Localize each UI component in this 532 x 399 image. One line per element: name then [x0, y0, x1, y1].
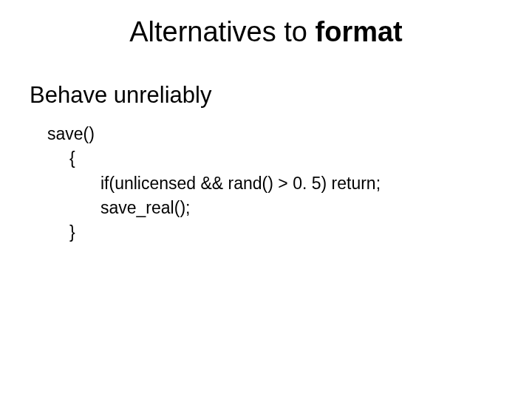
code-line: } [47, 220, 502, 245]
slide-title: Alternatives to format [30, 16, 502, 48]
code-line: save_real(); [47, 196, 502, 220]
slide: Alternatives to format Behave unreliably… [0, 0, 532, 399]
code-line: save() [47, 122, 502, 146]
slide-subtitle: Behave unreliably [30, 82, 502, 109]
code-block: save() { if(unlicensed && rand() > 0. 5)… [47, 122, 502, 245]
title-bold-word: format [316, 16, 403, 47]
title-prefix: Alternatives to [129, 16, 315, 47]
code-line: if(unlicensed && rand() > 0. 5) return; [47, 171, 502, 196]
code-line: { [47, 146, 502, 171]
